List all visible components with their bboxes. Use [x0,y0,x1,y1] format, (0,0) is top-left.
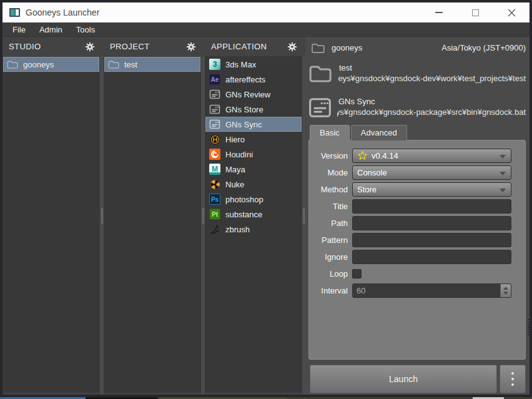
version-label: Version [313,151,348,160]
minimize-icon [435,12,443,13]
menu-admin[interactable]: Admin [32,24,69,36]
form-row-pattern: Pattern [313,233,511,247]
interval-spinner[interactable] [500,284,511,297]
maximize-button[interactable] [457,2,493,22]
spinner-up-icon[interactable] [503,287,508,290]
form-row-loop: Loop [313,267,511,281]
project-item-test[interactable]: test [104,57,200,72]
project-header: PROJECT [104,37,201,56]
gns-window-large-icon [308,96,332,119]
app-item-gns-review[interactable]: GNs Review [205,87,302,102]
app-item-label: photoshop [225,195,264,204]
app-item-photoshop[interactable]: Ps photoshop [205,192,302,207]
folder-icon [311,42,325,54]
main-content: STUDIO gooneys [2,37,530,395]
app-summary-text: GNs Sync ys¥gnsdock¥gnsdock-package¥src¥… [337,97,527,118]
app-item-label: aftereffects [225,75,265,84]
form-row-version: Version v0.4.14 [313,149,511,163]
version-dropdown[interactable]: v0.4.14 [352,149,511,163]
app-path: ys¥gnsdock¥gnsdock-package¥src¥bin¥gnsdo… [337,107,527,118]
path-input[interactable] [352,216,511,230]
timezone-label: Asia/Tokyo (JST+0900) [441,43,526,52]
kebab-menu-icon [511,378,514,380]
studio-header: STUDIO [2,37,100,56]
tab-advanced[interactable]: Advanced [351,125,407,140]
app-item-aftereffects[interactable]: Ae aftereffects [205,72,302,87]
mode-dropdown[interactable]: Console [352,165,511,180]
interval-input[interactable] [352,283,511,298]
splitter-grip-icon [202,209,204,224]
project-list: test [104,56,201,393]
tab-basic[interactable]: Basic [310,125,350,140]
gns-window-icon [209,104,220,115]
detail-pane: gooneys Asia/Tokyo (JST+0900) test eys¥g… [305,37,530,395]
project-title: PROJECT [110,42,149,51]
app-item-substance[interactable]: Pt substance [205,207,302,222]
ignore-input[interactable] [352,250,511,264]
project-item-label: test [124,60,137,69]
app-item-label: GNs Store [225,105,264,114]
aftereffects-icon: Ae [209,74,220,85]
settings-groupbox: Version v0.4.14 Mode [308,140,526,360]
houdini-icon [209,149,220,160]
minimize-button[interactable] [421,2,457,22]
gear-icon[interactable] [186,42,196,52]
zbrush-icon [209,224,220,235]
app-item-maya[interactable]: M Maya [205,162,302,177]
loop-label: Loop [313,269,348,278]
app-logo-icon [9,8,20,17]
app-item-hiero[interactable]: Hiero [205,132,302,147]
app-item-label: substance [225,210,262,219]
form-row-mode: Mode Console [313,165,511,180]
app-item-zbrush[interactable]: zbrush [205,222,302,237]
menu-tools[interactable]: Tools [69,24,102,36]
close-button[interactable] [493,2,530,22]
spacer [308,360,527,365]
title-input[interactable] [352,199,511,214]
gear-icon[interactable] [287,42,297,52]
window-title: Gooneys Launcher [26,7,99,17]
loop-checkbox[interactable] [352,269,362,278]
launch-button[interactable]: Launch [310,365,497,393]
studio-summary-row: gooneys Asia/Tokyo (JST+0900) [308,39,527,56]
gear-icon[interactable] [85,42,95,52]
spinner-down-icon[interactable] [503,292,508,295]
pattern-input[interactable] [352,233,511,247]
title-label: Title [313,202,348,211]
method-dropdown[interactable]: Store [352,182,511,197]
ignore-label: Ignore [313,252,348,262]
app-item-houdini[interactable]: Houdini [205,147,302,162]
app-item-label: Hiero [225,135,245,144]
resize-grip-icon[interactable] [528,319,530,335]
app-item-nuke[interactable]: Nuke [205,177,302,192]
studio-name: gooneys [332,43,362,52]
project-summary-text: test eys¥gnsdock¥gnsdock-dev¥work¥test_p… [338,63,527,84]
app-item-label: 3ds Max [225,60,256,69]
gns-window-icon [209,119,220,130]
form-row-method: Method Store [313,182,511,197]
more-options-button[interactable] [500,365,526,393]
app-name: GNs Sync [337,97,527,106]
project-name: test [338,63,527,72]
app-item-label: Maya [225,165,245,174]
hiero-icon [209,134,220,145]
app-item-label: GNs Sync [225,120,262,129]
mode-label: Mode [313,168,348,177]
window-controls [421,2,530,22]
studio-list: gooneys [2,56,100,393]
project-panel: PROJECT test [104,37,201,395]
menu-file[interactable]: File [6,24,32,36]
studio-item-gooneys[interactable]: gooneys [3,57,99,72]
splitter-grip-icon [303,209,305,224]
app-item-gns-store[interactable]: GNs Store [205,102,302,117]
substance-icon: Pt [209,209,220,220]
star-icon [357,150,368,161]
splitter-grip-icon [101,209,103,224]
chevron-down-icon [500,155,506,159]
app-item-gns-sync[interactable]: GNs Sync [205,117,302,132]
application-list: 3 3ds Max Ae aftereffects GNs Review [205,56,302,393]
app-item-label: zbrush [225,225,250,234]
kebab-menu-icon [511,372,514,375]
app-item-3dsmax[interactable]: 3 3ds Max [205,57,302,72]
form-row-path: Path [313,216,511,230]
